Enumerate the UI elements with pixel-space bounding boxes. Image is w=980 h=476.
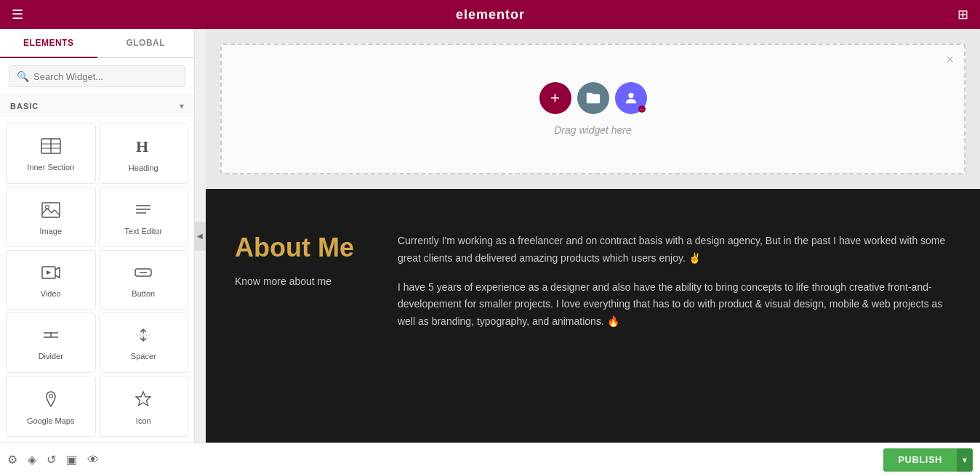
widget-heading-label: Heading [129, 164, 158, 172]
widget-icon[interactable]: Icon [99, 376, 189, 437]
widget-google-maps-label: Google Maps [27, 416, 74, 425]
sidebar: ELEMENTS GLOBAL 🔍 BASIC ▾ [0, 29, 195, 443]
drag-widget-text: Drag widget here [554, 124, 632, 136]
about-title: About Me [235, 233, 354, 263]
svg-marker-11 [47, 270, 51, 275]
widget-divider[interactable]: Divider [6, 312, 96, 372]
search-input[interactable] [33, 71, 177, 82]
layers-icon[interactable]: ◈ [28, 453, 36, 467]
publish-button[interactable]: PUBLISH [883, 448, 957, 472]
widget-spacer[interactable]: Spacer [99, 312, 189, 372]
svg-point-22 [628, 93, 633, 98]
widget-button-label: Button [132, 289, 155, 298]
widget-video-label: Video [41, 289, 61, 298]
heading-icon: H [134, 137, 152, 158]
svg-text:H: H [136, 137, 148, 155]
search-box: 🔍 [9, 65, 185, 87]
chevron-down-icon[interactable]: ▾ [180, 101, 184, 111]
about-left: About Me Know more about me [235, 233, 354, 288]
section-header: BASIC ▾ [0, 95, 194, 117]
widget-video[interactable]: Video [6, 250, 96, 310]
drop-zone-close-button[interactable]: × [946, 52, 954, 68]
video-icon [41, 265, 60, 283]
text-editor-icon [134, 202, 153, 221]
history-icon[interactable]: ↺ [47, 453, 56, 467]
search-icon: 🔍 [17, 70, 29, 82]
sidebar-tabs: ELEMENTS GLOBAL [0, 29, 194, 58]
image-icon [41, 202, 60, 221]
preview-icon[interactable]: 👁 [87, 453, 99, 467]
section-label: BASIC [10, 102, 39, 110]
widget-button[interactable]: Button [99, 250, 189, 310]
maps-icon [42, 390, 60, 411]
bottom-bar: ⚙ ◈ ↺ ▣ 👁 PUBLISH ▾ [0, 443, 980, 476]
hamburger-icon[interactable]: ☰ [12, 7, 23, 23]
folder-button[interactable] [577, 82, 609, 114]
top-bar: ☰ elementor ⊞ [0, 0, 980, 29]
widget-inner-section[interactable]: Inner Section [6, 123, 96, 184]
publish-arrow-button[interactable]: ▾ [957, 448, 973, 472]
widget-divider-label: Divider [39, 352, 63, 360]
svg-rect-5 [42, 203, 60, 217]
about-paragraph-2: I have 5 years of experience as a design… [398, 279, 951, 331]
app-title: elementor [456, 7, 525, 23]
publish-button-group: PUBLISH ▾ [883, 448, 973, 472]
tab-elements[interactable]: ELEMENTS [0, 29, 97, 58]
button-icon [134, 265, 153, 283]
icon-icon [134, 390, 152, 411]
widget-text-editor-label: Text Editor [124, 227, 162, 235]
widgets-grid: Inner Section H Heading [0, 117, 194, 443]
widget-icon-label: Icon [136, 416, 151, 425]
inner-section-icon [41, 138, 61, 157]
widget-spacer-label: Spacer [131, 352, 156, 360]
collapse-sidebar-handle[interactable]: ◀ [194, 222, 206, 251]
widget-heading[interactable]: H Heading [99, 123, 189, 184]
widget-image-label: Image [39, 227, 62, 235]
about-paragraph-1: Currently I'm working as a freelancer an… [398, 233, 951, 267]
grid-icon[interactable]: ⊞ [957, 7, 968, 22]
drop-zone: × + ··· Drag widget here [220, 44, 965, 174]
svg-point-20 [49, 394, 52, 398]
bottom-left-icons: ⚙ ◈ ↺ ▣ 👁 [7, 453, 99, 467]
avatar-button[interactable]: ··· [615, 82, 647, 114]
widget-google-maps[interactable]: Google Maps [6, 376, 96, 437]
responsive-icon[interactable]: ▣ [66, 453, 77, 467]
drop-zone-buttons: + ··· [539, 82, 647, 114]
main-layout: ELEMENTS GLOBAL 🔍 BASIC ▾ [0, 29, 980, 443]
svg-marker-21 [136, 392, 150, 406]
settings-icon[interactable]: ⚙ [7, 453, 17, 467]
divider-icon [41, 327, 60, 346]
about-right: Currently I'm working as a freelancer an… [398, 233, 951, 342]
canvas-area: × + ··· Drag widget here [206, 29, 980, 443]
tab-global[interactable]: GLOBAL [97, 29, 195, 57]
about-link[interactable]: Know more about me [235, 275, 332, 287]
search-container: 🔍 [0, 58, 194, 95]
about-section: About Me Know more about me Currently I'… [206, 189, 980, 443]
widget-text-editor[interactable]: Text Editor [99, 187, 189, 246]
spacer-icon [134, 327, 153, 346]
widget-image[interactable]: Image [6, 187, 96, 246]
widget-inner-section-label: Inner Section [27, 163, 74, 172]
add-element-button[interactable]: + [539, 82, 571, 114]
